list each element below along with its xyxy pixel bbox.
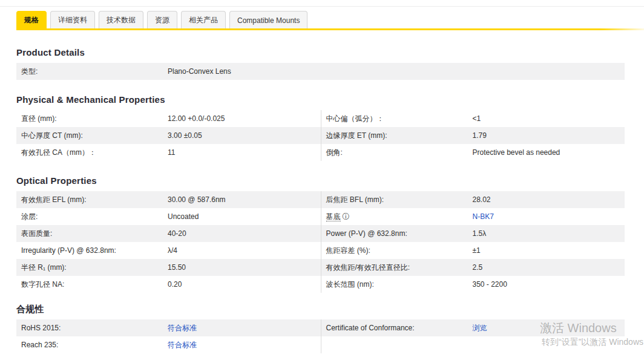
spec-value-f-number: 2.5 — [473, 263, 625, 272]
spec-value-coating: Uncoated — [168, 212, 321, 221]
tab-compatible-mounts[interactable]: Compatible Mounts — [229, 11, 307, 29]
section-title-optical: Optical Properties — [16, 175, 625, 186]
section-title-physical: Physical & Mechanical Properties — [16, 94, 625, 105]
section-title-compliance: 合规性 — [16, 304, 625, 315]
certificate-view-link[interactable]: 浏览 — [473, 324, 487, 332]
tab-related-products[interactable]: 相关产品 — [181, 11, 226, 29]
spec-value-power: 1.5λ — [473, 229, 625, 238]
spec-label-na: 数字孔径 NA: — [16, 280, 168, 290]
spec-value-centration: <1 — [473, 114, 625, 123]
tab-details[interactable]: 详细资料 — [50, 11, 95, 29]
spec-value-irregularity: λ/4 — [168, 246, 321, 255]
info-icon[interactable]: ⓘ — [343, 212, 350, 221]
table-row: 表面质量: 40-20 Power (P-V) @ 632.8nm: 1.5λ — [16, 225, 625, 242]
spec-label-reach: Reach 235: — [16, 341, 168, 349]
table-row: 有效孔径 CA（mm）： 11 倒角: Protective bevel as … — [16, 144, 625, 161]
spec-value-edge-thickness: 1.79 — [473, 131, 625, 140]
spec-value-bevel: Protective bevel as needed — [473, 148, 625, 157]
spec-label-bevel: 倒角: — [321, 148, 473, 158]
spec-label-edge-thickness: 边缘厚度 ET (mm): — [321, 131, 473, 141]
spec-label-surface-quality: 表面质量: — [16, 229, 168, 239]
spec-value-radius-r1: 15.50 — [168, 263, 321, 272]
spec-value-surface-quality: 40-20 — [168, 229, 321, 238]
spec-label-centration: 中心偏（弧分）： — [321, 114, 473, 124]
section-title-product-details: Product Details — [16, 47, 625, 58]
spec-label-certificate: Certificate of Conformance: — [321, 324, 473, 332]
physical-properties-table: 直径 (mm): 12.00 +0.0/-0.025 中心偏（弧分）： <1 中… — [16, 110, 625, 161]
table-row: 直径 (mm): 12.00 +0.0/-0.025 中心偏（弧分）： <1 — [16, 110, 625, 127]
spec-value-center-thickness: 3.00 ±0.05 — [168, 131, 321, 140]
table-row: 半径 R₁ (mm): 15.50 有效焦距/有效孔径直径比: 2.5 — [16, 259, 625, 276]
product-details-table: 类型: Plano-Convex Lens — [16, 63, 625, 80]
table-row: RoHS 2015: 符合标准 Certificate of Conforman… — [16, 319, 625, 336]
spec-label-substrate: 基底ⓘ — [321, 212, 473, 222]
tab-bar: 规格 详细资料 技术数据 资源 相关产品 Compatible Mounts — [16, 11, 307, 29]
substrate-link[interactable]: N-BK7 — [473, 212, 494, 221]
spec-label-diameter: 直径 (mm): — [16, 114, 168, 124]
spec-label-center-thickness: 中心厚度 CT (mm): — [16, 131, 168, 141]
table-row: 数字孔径 NA: 0.20 波长范围 (nm): 350 - 2200 — [16, 276, 625, 293]
table-row: 类型: Plano-Convex Lens — [16, 63, 625, 80]
spec-content: Product Details 类型: Plano-Convex Lens Ph… — [16, 47, 625, 355]
spec-label-rohs: RoHS 2015: — [16, 324, 168, 332]
rohs-compliant-link[interactable]: 符合标准 — [168, 324, 197, 332]
spec-value-efl: 30.00 @ 587.6nm — [168, 195, 321, 204]
spec-label-power: Power (P-V) @ 632.8nm: — [321, 229, 473, 238]
table-row: Irregularity (P-V) @ 632.8nm: λ/4 焦距容差 (… — [16, 242, 625, 259]
tab-specs[interactable]: 规格 — [16, 11, 47, 29]
reach-compliant-link[interactable]: 符合标准 — [168, 341, 197, 349]
spec-value-diameter: 12.00 +0.0/-0.025 — [168, 114, 321, 123]
spec-label-clear-aperture: 有效孔径 CA（mm）： — [16, 148, 168, 158]
spec-label-fl-tolerance: 焦距容差 (%): — [321, 246, 473, 256]
spec-label-f-number: 有效焦距/有效孔径直径比: — [321, 263, 473, 273]
spec-label-efl: 有效焦距 EFL (mm): — [16, 195, 168, 205]
table-row: 有效焦距 EFL (mm): 30.00 @ 587.6nm 后焦距 BFL (… — [16, 191, 625, 208]
spec-label-bfl: 后焦距 BFL (mm): — [321, 195, 473, 205]
active-tab-underline — [16, 28, 644, 30]
substrate-term[interactable]: 基底 — [326, 212, 341, 221]
table-row: 中心厚度 CT (mm): 3.00 ±0.05 边缘厚度 ET (mm): 1… — [16, 127, 625, 144]
spec-value-type: Plano-Convex Lens — [168, 67, 625, 76]
spec-value-clear-aperture: 11 — [168, 148, 321, 157]
compliance-table: RoHS 2015: 符合标准 Certificate of Conforman… — [16, 319, 625, 353]
spec-value-na: 0.20 — [168, 280, 321, 289]
spec-label-radius-r1: 半径 R₁ (mm): — [16, 263, 168, 273]
spec-value-wavelength-range: 350 - 2200 — [473, 280, 625, 289]
spec-label-irregularity: Irregularity (P-V) @ 632.8nm: — [16, 246, 168, 255]
spec-value-bfl: 28.02 — [473, 195, 625, 204]
tab-resources[interactable]: 资源 — [147, 11, 177, 29]
spec-label-type: 类型: — [16, 67, 168, 77]
spec-value-fl-tolerance: ±1 — [473, 246, 625, 255]
top-divider — [0, 6, 644, 7]
spec-label-coating: 涂层: — [16, 212, 168, 222]
spec-label-wavelength-range: 波长范围 (nm): — [321, 280, 473, 290]
tab-technical-data[interactable]: 技术数据 — [99, 11, 143, 29]
product-spec-page: 规格 详细资料 技术数据 资源 相关产品 Compatible Mounts P… — [0, 0, 644, 363]
optical-properties-table: 有效焦距 EFL (mm): 30.00 @ 587.6nm 后焦距 BFL (… — [16, 191, 625, 293]
table-row: Reach 235: 符合标准 — [16, 336, 625, 353]
table-row: 涂层: Uncoated 基底ⓘ N-BK7 — [16, 208, 625, 225]
